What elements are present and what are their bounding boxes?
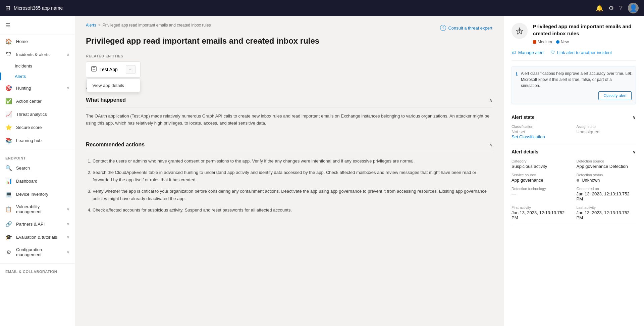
- breadcrumb-parent[interactable]: Alerts: [86, 23, 96, 28]
- sidebar-item-label: Learning hub: [16, 138, 69, 143]
- first-activity-field: First activity Jan 13, 2023, 12:13:13.75…: [512, 205, 571, 220]
- alert-state-header[interactable]: Alert state ∨: [512, 110, 636, 125]
- alert-details-chevron: ∨: [633, 149, 636, 154]
- sidebar-item-secure-score[interactable]: ⭐ Secure score: [0, 121, 75, 134]
- recommended-item-1: Contact the users or admins who have gra…: [93, 157, 492, 165]
- classification-value: Not set: [512, 129, 571, 134]
- sidebar-item-search[interactable]: 🔍 Search: [0, 161, 75, 175]
- manage-alert-label: Manage alert: [518, 50, 544, 55]
- classification-field: Classification Not set Set Classificatio…: [512, 125, 571, 139]
- view-app-details-item[interactable]: View app details: [87, 80, 140, 91]
- alert-details-header[interactable]: Alert details ∨: [512, 144, 636, 159]
- chevron-down-icon: ∨: [67, 235, 69, 239]
- recommended-header[interactable]: Recommended actions ∧: [86, 138, 492, 152]
- info-banner-close-button[interactable]: ✕: [628, 70, 632, 77]
- what-happened-content: The OAuth application (Test App) made re…: [86, 107, 492, 132]
- gear-icon[interactable]: ⚙: [608, 4, 614, 12]
- topnav: ⊞ Microsoft365 app name 🔔 ⚙ ? 👤: [0, 0, 644, 16]
- app-name: Microsoft365 app name: [14, 5, 63, 11]
- sidebar-item-label: Secure score: [16, 125, 69, 130]
- sidebar-item-home[interactable]: 🏠 Home: [0, 35, 75, 48]
- sidebar-item-threat-analytics[interactable]: 📈 Threat analytics: [0, 108, 75, 121]
- what-happened-header[interactable]: What happened ∧: [86, 93, 492, 107]
- consult-link[interactable]: ? Consult a threat expert: [440, 25, 492, 31]
- generated-on-field: Generated on Jan 13, 2023, 12:13:13.752 …: [577, 187, 636, 201]
- sidebar-item-incidents[interactable]: Incidents: [0, 61, 75, 71]
- related-entities-label: RELATED ENTITIES: [86, 54, 492, 58]
- bell-icon[interactable]: 🔔: [596, 4, 603, 12]
- evaluation-icon: 🎓: [5, 234, 12, 240]
- alert-state-content: Classification Not set Set Classificatio…: [512, 125, 636, 144]
- avatar[interactable]: 👤: [628, 3, 639, 13]
- sidebar-item-evaluation[interactable]: 🎓 Evaluation & tutorials ∨: [0, 231, 75, 244]
- consult-icon: ?: [440, 25, 446, 31]
- last-activity-field: Last activity Jan 13, 2023, 12:13:13.752…: [577, 205, 636, 220]
- sidebar-item-hunting[interactable]: 🎯 Hunting ∨: [0, 82, 75, 95]
- sidebar-item-vulnerability[interactable]: 📋 Vulnerability management ∨: [0, 201, 75, 218]
- sidebar-item-label: Threat analytics: [16, 112, 69, 117]
- sidebar-item-label: Search: [16, 166, 69, 171]
- sidebar-item-incidents-alerts[interactable]: 🛡 Incidents & alerts ∧: [0, 48, 75, 61]
- learning-hub-icon: 📚: [5, 137, 12, 144]
- sidebar-item-device-inventory[interactable]: 💻 Device inventory: [0, 188, 75, 201]
- category-field: Category Suspicious activity: [512, 159, 571, 169]
- classify-alert-button[interactable]: Classify alert: [598, 91, 632, 100]
- center-panel: Alerts > Privileged app read important e…: [75, 16, 503, 326]
- category-value: Suspicious activity: [512, 164, 571, 169]
- search-icon: 🔍: [5, 165, 12, 171]
- sidebar-item-label: Action center: [16, 99, 69, 104]
- sidebar-item-partners[interactable]: 🔗 Partners & API ∨: [0, 218, 75, 231]
- first-activity-value: Jan 13, 2023, 12:13:13.752 PM: [512, 210, 571, 220]
- sidebar-item-label: Configuration management: [16, 247, 63, 257]
- secure-score-icon: ⭐: [5, 124, 12, 131]
- status-dot: [556, 40, 559, 44]
- alert-state-title: Alert state: [512, 114, 534, 120]
- last-activity-value: Jan 13, 2023, 12:13:13.752 PM: [577, 210, 636, 220]
- collapse-icon: ∧: [489, 97, 492, 103]
- consult-label: Consult a threat expert: [448, 26, 492, 31]
- assigned-to-value: Unassigned: [577, 129, 636, 134]
- topnav-icons: 🔔 ⚙ ? 👤: [596, 3, 639, 13]
- entity-app-icon: [91, 66, 97, 73]
- severity-badge: Medium: [533, 40, 552, 44]
- status-dot-icon: [577, 179, 579, 182]
- detection-status-field: Detection status Unknown: [577, 173, 636, 183]
- sidebar-item-config[interactable]: ⚙ Configuration management ∨: [0, 244, 75, 261]
- sidebar-item-label: Device inventory: [16, 192, 69, 197]
- alert-state-chevron: ∨: [633, 115, 636, 120]
- set-classification-link[interactable]: Set Classification: [512, 134, 571, 139]
- sidebar-item-dashboard[interactable]: 📊 Dashboard: [0, 175, 75, 188]
- generated-on-value: Jan 13, 2023, 12:13:13.752 PM: [577, 191, 636, 201]
- sidebar-top: ☰: [0, 16, 75, 35]
- grid-icon[interactable]: ⊞: [5, 4, 10, 12]
- detection-source-label: Detection source: [577, 159, 636, 163]
- severity-dot: [533, 40, 536, 44]
- manage-alert-link[interactable]: 🏷 Manage alert: [512, 50, 544, 55]
- service-source-field: Service source App governance: [512, 173, 571, 183]
- sidebar-item-label: Incidents & alerts: [16, 52, 63, 57]
- sidebar-item-label: Vulnerability management: [16, 204, 63, 214]
- sidebar-item-alerts[interactable]: Alerts: [0, 71, 75, 82]
- hunting-icon: 🎯: [5, 85, 12, 91]
- sidebar-subitem-label: Incidents: [15, 63, 32, 68]
- hamburger-button[interactable]: ☰: [0, 19, 75, 32]
- help-icon[interactable]: ?: [619, 5, 623, 12]
- what-happened-text: The OAuth application (Test App) made re…: [86, 113, 492, 127]
- link-alert-link[interactable]: 🛡 Link alert to another incident: [550, 50, 612, 55]
- alert-story-label: ALERT STORY: [86, 86, 492, 90]
- sidebar-item-learning-hub[interactable]: 📚 Learning hub: [0, 134, 75, 147]
- threat-analytics-icon: 📈: [5, 111, 12, 118]
- content-area: Alerts > Privileged app read important e…: [75, 16, 644, 326]
- sidebar-item-label: Partners & API: [16, 222, 63, 227]
- sidebar-item-action-center[interactable]: ✅ Action center: [0, 95, 75, 108]
- what-happened-title: What happened: [86, 97, 126, 103]
- status-badge: New: [556, 40, 569, 44]
- service-source-label: Service source: [512, 173, 571, 177]
- detection-source-value: App governance Detection: [577, 164, 636, 169]
- page-title: Privileged app read important emails and…: [86, 36, 492, 46]
- email-section-label: Email & Collaboration: [0, 266, 75, 275]
- panel-title-block: Privileged app read important emails and…: [533, 23, 636, 44]
- entity-card-testapp[interactable]: Test App ··· View app details: [86, 61, 141, 78]
- entity-more-button[interactable]: ···: [126, 65, 136, 74]
- app-body: ☰ 🏠 Home 🛡 Incidents & alerts ∧ Incident…: [0, 16, 644, 326]
